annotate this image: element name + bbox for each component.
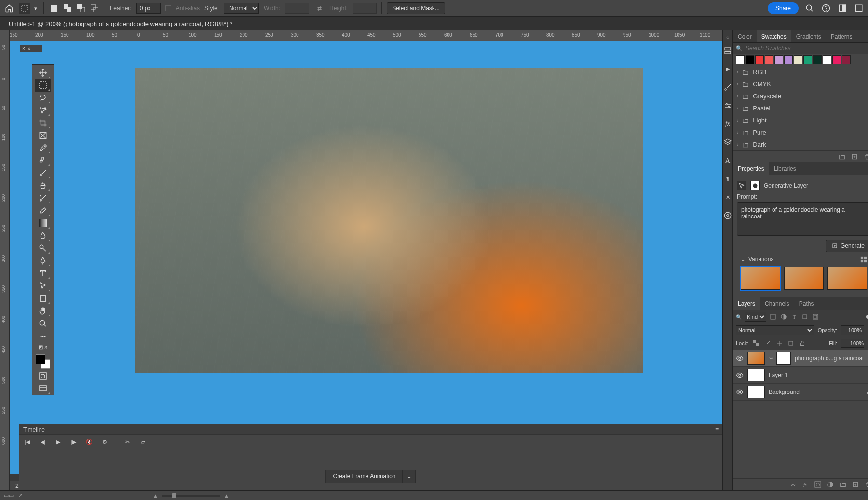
- collapse-arrow-icon[interactable]: «: [726, 34, 729, 37]
- new-swatch-icon[interactable]: [851, 153, 858, 161]
- lock-all-icon[interactable]: [799, 339, 806, 347]
- fill-input[interactable]: [841, 339, 864, 348]
- swatch-color[interactable]: [842, 55, 851, 64]
- new-selection-icon[interactable]: [49, 3, 59, 14]
- filter-smart-icon[interactable]: [812, 313, 819, 321]
- swatch-search-input[interactable]: [746, 45, 868, 52]
- frame-tool-icon[interactable]: [35, 129, 51, 142]
- variation-thumb-1[interactable]: [741, 267, 780, 290]
- blur-tool-icon[interactable]: [35, 230, 51, 242]
- marquee-tool-icon[interactable]: [19, 3, 30, 14]
- new-layer-icon[interactable]: [852, 481, 859, 488]
- variation-thumb-2[interactable]: [784, 267, 824, 290]
- share-button[interactable]: Share: [768, 2, 799, 14]
- history-panel-icon[interactable]: [723, 46, 732, 55]
- dodge-tool-icon[interactable]: [35, 242, 51, 255]
- hand-tool-icon[interactable]: [35, 305, 51, 317]
- settings-icon[interactable]: ⚙: [100, 438, 109, 446]
- layer-name[interactable]: Layer 1: [769, 372, 788, 378]
- swatch-color[interactable]: [765, 55, 773, 64]
- brush-panel-icon[interactable]: [723, 82, 732, 92]
- prev-frame-icon[interactable]: ◀|: [39, 438, 47, 446]
- swatch-group-pure[interactable]: ›Pure: [733, 126, 868, 138]
- eraser-tool-icon[interactable]: [35, 204, 51, 217]
- link-layers-icon[interactable]: ⚯: [789, 481, 797, 488]
- feather-input[interactable]: [136, 3, 161, 14]
- arrange-icon[interactable]: [854, 3, 864, 14]
- play-icon[interactable]: ▶: [54, 438, 63, 446]
- lock-artboard-icon[interactable]: [787, 339, 795, 347]
- select-and-mask-button[interactable]: Select and Mask...: [387, 2, 445, 14]
- swatch-group-dark[interactable]: ›Dark: [733, 138, 868, 150]
- tool-presets-icon[interactable]: ✕: [723, 192, 732, 202]
- filter-type-icon[interactable]: T: [790, 313, 798, 321]
- clone-stamp-tool-icon[interactable]: [35, 179, 51, 192]
- create-frame-button[interactable]: Create Frame Animation: [326, 470, 403, 483]
- lock-transparent-icon[interactable]: [752, 339, 760, 347]
- screen-mode-icon[interactable]: [35, 382, 51, 395]
- panel-menu-icon[interactable]: ≡: [866, 166, 868, 172]
- swatch-color[interactable]: [803, 55, 812, 64]
- move-tool-icon[interactable]: [35, 67, 51, 79]
- home-icon[interactable]: [4, 3, 14, 14]
- adjustments-panel-icon[interactable]: [723, 101, 732, 110]
- actions-panel-icon[interactable]: ▶: [723, 64, 732, 74]
- shape-tool-icon[interactable]: [35, 292, 51, 305]
- panel-menu-icon[interactable]: ≡: [715, 426, 719, 433]
- sync-icon[interactable]: ↗: [18, 492, 23, 499]
- expand-icon[interactable]: ⌄: [741, 256, 746, 263]
- filter-pixel-icon[interactable]: [769, 313, 777, 321]
- zoom-slider-handle[interactable]: [172, 493, 176, 498]
- filter-adjust-icon[interactable]: [780, 313, 787, 321]
- tab-swatches[interactable]: Swatches: [757, 30, 791, 42]
- type-tool-icon[interactable]: [35, 267, 51, 280]
- double-chevron-icon[interactable]: »: [28, 46, 31, 51]
- quick-mask-icon[interactable]: [35, 370, 51, 382]
- link-icon[interactable]: ⚯: [769, 356, 773, 361]
- lock-position-icon[interactable]: [775, 339, 783, 347]
- mask-icon[interactable]: [750, 181, 760, 190]
- visibility-icon[interactable]: [736, 388, 744, 396]
- document-tab[interactable]: Untitled-1 @ 200% (photograph of a golde…: [9, 20, 232, 27]
- layers-panel-icon[interactable]: [723, 137, 732, 147]
- swatch-color[interactable]: [774, 55, 783, 64]
- path-select-tool-icon[interactable]: [35, 280, 51, 292]
- pen-tool-icon[interactable]: [35, 255, 51, 267]
- color-swatches[interactable]: [35, 353, 51, 370]
- lock-image-icon[interactable]: [764, 339, 772, 347]
- tab-paths[interactable]: Paths: [794, 297, 819, 310]
- delete-layer-icon[interactable]: [864, 481, 868, 488]
- mini-bridge-icon[interactable]: ▭▭: [4, 492, 14, 499]
- add-selection-icon[interactable]: [62, 3, 73, 14]
- tab-libraries[interactable]: Libraries: [769, 162, 801, 175]
- style-select[interactable]: Normal: [224, 3, 259, 14]
- paragraph-panel-icon[interactable]: ¶: [723, 174, 732, 184]
- tab-layers[interactable]: Layers: [733, 297, 760, 310]
- delete-swatch-icon[interactable]: [863, 153, 868, 161]
- swap-colors-icon[interactable]: ⤭: [44, 344, 48, 350]
- tab-properties[interactable]: Properties: [733, 162, 769, 175]
- visibility-icon[interactable]: [736, 371, 744, 379]
- help-icon[interactable]: [821, 3, 831, 14]
- swatch-color[interactable]: [755, 55, 764, 64]
- layer-name[interactable]: Background: [769, 389, 800, 395]
- lasso-tool-icon[interactable]: [35, 92, 51, 104]
- comments-panel-icon[interactable]: [723, 211, 732, 220]
- new-group-icon[interactable]: [839, 481, 847, 488]
- swatch-color[interactable]: [823, 55, 831, 64]
- swatch-group-cmyk[interactable]: ›CMYK: [733, 78, 868, 90]
- layer-thumbnail[interactable]: [747, 352, 765, 365]
- search-icon[interactable]: [804, 3, 815, 14]
- healing-brush-tool-icon[interactable]: [35, 154, 51, 167]
- adjustment-layer-icon[interactable]: [827, 481, 834, 488]
- tab-color[interactable]: Color: [733, 30, 757, 42]
- panel-menu-icon[interactable]: ≡: [866, 34, 868, 40]
- swatch-group-pastel[interactable]: ›Pastel: [733, 102, 868, 114]
- crop-tool-icon[interactable]: [35, 117, 51, 129]
- tools-panel-grip[interactable]: × »: [20, 45, 42, 52]
- layer-name[interactable]: photograph o...g a raincoat: [795, 355, 864, 362]
- layer-thumbnail[interactable]: [747, 386, 765, 398]
- chevron-down-icon[interactable]: ▾: [33, 3, 39, 14]
- prompt-textbox[interactable]: photograph of a goldendoodle wearing a r…: [737, 202, 868, 236]
- canvas-viewport[interactable]: ••• Cancel Generate: [10, 41, 722, 481]
